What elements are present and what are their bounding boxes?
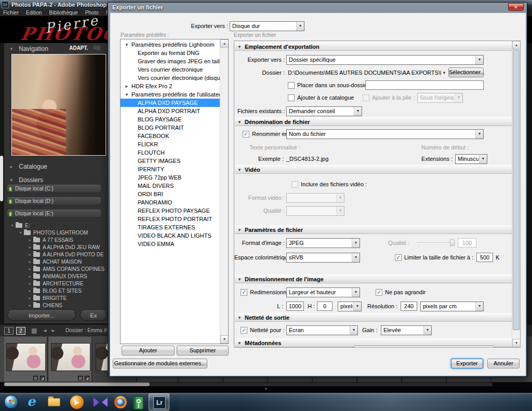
folder-row[interactable]: ▼E: bbox=[5, 222, 105, 229]
metadata-badge-icon[interactable]: ▨ bbox=[77, 375, 83, 381]
disclosure-icon[interactable]: ► bbox=[28, 237, 33, 244]
crop-badge-icon[interactable]: ◪ bbox=[84, 375, 90, 381]
preset-row[interactable]: FLOUTCH bbox=[121, 148, 220, 157]
resolution-unit-dropdown[interactable]: pixels par cm ▾ bbox=[420, 302, 484, 311]
preset-row[interactable]: PANORAMIO bbox=[121, 198, 220, 207]
windows-explorer-icon[interactable] bbox=[47, 395, 61, 409]
folder-row[interactable]: ►A 77 ESSAIS bbox=[5, 237, 105, 244]
limit-size-checkbox[interactable]: ✓ bbox=[395, 254, 402, 261]
limit-size-input[interactable]: 500 bbox=[476, 253, 493, 262]
rename-checkbox[interactable]: ✓ bbox=[243, 131, 249, 138]
preset-row[interactable]: ►HDR Efex Pro 2 bbox=[121, 82, 220, 90]
disclosure-icon[interactable]: ► bbox=[9, 165, 14, 169]
disclosure-icon[interactable]: ▼ bbox=[237, 314, 242, 322]
filmstrip-source-status[interactable]: Dossier : Emma #12 bbox=[65, 325, 113, 336]
disclosure-icon[interactable]: ▼ bbox=[9, 178, 14, 183]
drive-item[interactable]: Disque local (D:) bbox=[6, 197, 102, 206]
forward-arrow-icon[interactable]: ► bbox=[51, 325, 56, 336]
scrollbar-thumb[interactable] bbox=[4, 382, 150, 386]
preset-row[interactable]: Vers courrier électronique bbox=[121, 65, 220, 74]
panel-hide-strip[interactable]: ▼ bbox=[0, 387, 532, 393]
disclosure-icon[interactable]: ► bbox=[28, 251, 33, 258]
folder-row[interactable]: ►ANIMAUX DIVERS bbox=[5, 273, 105, 280]
include-video-checkbox[interactable] bbox=[291, 181, 298, 188]
disclosure-icon[interactable]: ▼ bbox=[19, 229, 24, 237]
preset-row[interactable]: Exporter au format DNG bbox=[121, 49, 220, 57]
existing-files-dropdown[interactable]: Demander conseil ▾ bbox=[286, 106, 362, 116]
gain-dropdown[interactable]: Elevée ▾ bbox=[381, 325, 432, 335]
zoom-fit-button[interactable]: ADAPT. bbox=[69, 45, 88, 51]
disclosure-icon[interactable]: ► bbox=[28, 258, 33, 266]
export-button-main[interactable]: Ex bbox=[80, 310, 107, 321]
sharpen-checkbox[interactable]: ✓ bbox=[241, 327, 247, 334]
loupe-view-button[interactable]: 2 bbox=[16, 327, 25, 335]
folder-row[interactable]: ►ARCHITECTURE bbox=[5, 280, 105, 287]
section-header-video[interactable]: ▼ Vidéo bbox=[235, 165, 512, 174]
disclosure-icon[interactable]: ▼ bbox=[9, 47, 14, 51]
folder-row[interactable]: ►A ALPHA DxD PHOTO DE LA SEM bbox=[5, 251, 105, 258]
disclosure-icon[interactable]: ▼ bbox=[237, 226, 242, 235]
preset-row[interactable]: BLOG PAYSAGE bbox=[121, 115, 220, 124]
preset-row[interactable]: ALPHA DXD PORTRAIT bbox=[121, 107, 220, 115]
disclosure-icon[interactable]: ► bbox=[28, 273, 33, 280]
preset-row[interactable]: GETTY IMAGES bbox=[121, 157, 220, 165]
drive-item[interactable]: Disque local (C:) bbox=[6, 185, 102, 193]
disclosure-icon[interactable]: ▼ bbox=[125, 41, 131, 49]
folder-path[interactable]: D:\Documents\MES AUTRES DOCUMENTS\AA EXP… bbox=[288, 68, 441, 78]
disclosure-icon[interactable]: ► bbox=[28, 244, 33, 251]
disclosure-icon[interactable]: ► bbox=[28, 302, 33, 309]
hide-panel-arrow-icon[interactable]: ▼ bbox=[264, 387, 268, 391]
export-destination-dropdown[interactable]: Dossier spécifique ▾ bbox=[286, 55, 484, 65]
preset-row[interactable]: REFLEX PHOTO PAYSAGE bbox=[121, 207, 220, 215]
subfolder-input[interactable] bbox=[365, 80, 484, 90]
preset-row[interactable]: VIDEO BLACK AND LIGHTS bbox=[121, 231, 220, 240]
preset-row[interactable]: Vers courrier électronique (disque dur) bbox=[121, 74, 220, 82]
grid-icon[interactable]: ▦ bbox=[31, 325, 37, 336]
no-enlarge-checkbox[interactable]: ✓ bbox=[376, 289, 382, 296]
folder-row[interactable]: ►BRIGITTE bbox=[5, 295, 105, 302]
preset-row[interactable]: MAIL DIVERS bbox=[121, 182, 220, 190]
disclosure-icon[interactable]: ► bbox=[28, 295, 33, 302]
disclosure-icon[interactable]: ▼ bbox=[237, 339, 242, 348]
folder-row[interactable]: ►AMIS COPAINS COPINES bbox=[5, 266, 105, 273]
menu-item[interactable]: Fichier bbox=[3, 9, 19, 16]
navigation-panel-header[interactable]: ▼ Navigation ADAPT. RE bbox=[9, 45, 106, 52]
scroll-up-icon[interactable]: ▲ bbox=[512, 41, 521, 49]
scroll-down-icon[interactable]: ▼ bbox=[220, 335, 229, 344]
size-unit-dropdown[interactable]: pixels ▾ bbox=[338, 302, 362, 311]
preset-list-scrollbar[interactable]: ▲ ▼ bbox=[220, 39, 228, 344]
section-header-naming[interactable]: ▼ Dénomination de fichier bbox=[235, 117, 512, 126]
preset-row[interactable]: Graver des images JPEG en taille réelle bbox=[121, 57, 220, 65]
remove-preset-button[interactable]: Supprimer bbox=[177, 346, 229, 355]
disclosure-icon[interactable]: ▼ bbox=[237, 166, 242, 174]
section-header-sizing[interactable]: ▼ Dimensionnement de l'image bbox=[235, 275, 512, 283]
left-panel-scrollbar[interactable] bbox=[0, 156, 3, 201]
extensions-dropdown[interactable]: Minuscules ▾ bbox=[455, 154, 487, 164]
disclosure-icon[interactable]: ▼ bbox=[237, 118, 242, 127]
export-to-dropdown[interactable]: Disque dur ▾ bbox=[230, 21, 304, 31]
firefox-icon[interactable] bbox=[113, 395, 128, 409]
drive-item[interactable]: Disque local (E:) bbox=[6, 210, 102, 218]
filmstrip-scrollbar[interactable] bbox=[0, 382, 532, 387]
resize-mode-dropdown[interactable]: Largeur et hauteur ▾ bbox=[286, 287, 360, 297]
preset-row[interactable]: IPERNITY bbox=[121, 165, 220, 173]
back-arrow-icon[interactable]: ◄ bbox=[43, 325, 47, 336]
preset-row[interactable]: BLOG PORTRAIT bbox=[121, 124, 220, 132]
disclosure-icon[interactable]: ▼ bbox=[237, 276, 242, 284]
height-input[interactable]: 0 bbox=[317, 302, 332, 311]
subfolder-checkbox[interactable] bbox=[288, 82, 295, 89]
disclosure-icon[interactable]: ► bbox=[28, 266, 33, 273]
keepass-icon[interactable] bbox=[131, 395, 145, 409]
grid-view-button[interactable]: 1 bbox=[4, 327, 14, 335]
disclosure-icon[interactable]: ▼ bbox=[10, 222, 16, 229]
import-button[interactable]: Importer... bbox=[7, 310, 76, 321]
preset-row[interactable]: REFLEX PHOTO PORTRAIT bbox=[121, 215, 220, 223]
filmstrip-thumbnail[interactable]: ▨ ◪ bbox=[49, 337, 92, 381]
resolution-input[interactable]: 240 bbox=[401, 302, 417, 311]
dossiers-panel-header[interactable]: ▼ Dossiers bbox=[9, 176, 43, 184]
preset-row[interactable]: JPEG 72pp WEB bbox=[121, 173, 220, 182]
disclosure-icon[interactable]: ▼ bbox=[125, 91, 131, 99]
folder-row[interactable]: ►BLOG ET SITES bbox=[5, 287, 105, 295]
section-header-file-settings[interactable]: ▼ Paramètres de fichier bbox=[235, 225, 512, 234]
preset-row[interactable]: FLICKR bbox=[121, 140, 220, 148]
